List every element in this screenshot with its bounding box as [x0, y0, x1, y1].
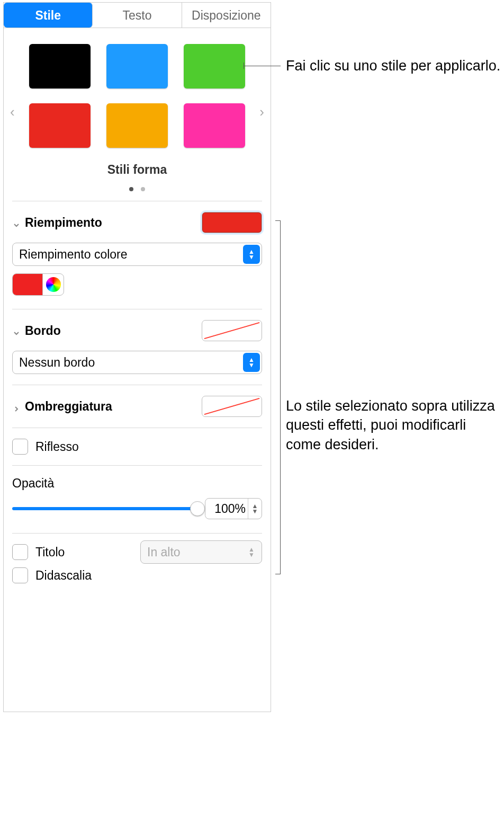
title-label: Titolo: [35, 545, 65, 559]
fill-label: Riempimento: [25, 216, 102, 230]
title-position-value: In alto: [147, 545, 181, 559]
tab-style[interactable]: Stile: [4, 3, 93, 28]
shadow-section: Ombreggiatura: [4, 385, 271, 428]
callout-top-text: Fai clic su uno stile per applicarlo.: [286, 58, 500, 74]
style-swatch-red[interactable]: [29, 103, 91, 148]
stepper-arrows-icon[interactable]: ▲▼: [248, 499, 262, 519]
styles-pager: [12, 180, 262, 194]
callout-top: Fai clic su uno stile per applicarlo.: [286, 56, 500, 75]
fill-type-value: Riempimento colore: [19, 247, 128, 262]
style-swatch-amber[interactable]: [106, 103, 168, 148]
chevron-down-icon[interactable]: [12, 326, 21, 335]
color-wheel-icon[interactable]: [42, 274, 64, 295]
callout-mid: Lo stile selezionato sopra utilizza ques…: [286, 396, 503, 454]
reflection-checkbox[interactable]: [12, 439, 28, 455]
pager-dot-0[interactable]: [129, 187, 133, 191]
chevron-right-icon[interactable]: [12, 402, 21, 411]
svg-line-0: [204, 323, 259, 339]
caption-checkbox[interactable]: [12, 567, 28, 583]
border-label: Bordo: [25, 324, 61, 338]
opacity-label: Opacità: [12, 476, 262, 491]
title-section: Titolo In alto ▲▼ Didascalia: [4, 534, 271, 594]
styles-prev-icon[interactable]: ‹: [7, 101, 18, 123]
select-arrows-icon: ▲▼: [243, 353, 260, 372]
caption-label: Didascalia: [35, 569, 92, 583]
shape-styles-title: Stili forma: [12, 163, 262, 177]
select-arrows-icon: ▲▼: [243, 245, 260, 264]
tab-arrange[interactable]: Disposizione: [182, 3, 271, 28]
shadow-well[interactable]: [202, 396, 262, 417]
title-position-select[interactable]: In alto ▲▼: [140, 540, 262, 564]
opacity-slider[interactable]: [12, 501, 197, 516]
border-color-well[interactable]: [202, 320, 262, 341]
shadow-label: Ombreggiatura: [25, 399, 112, 414]
style-swatch-black[interactable]: [29, 44, 91, 88]
pager-dot-1[interactable]: [141, 187, 145, 191]
slider-thumb-icon[interactable]: [190, 501, 205, 516]
style-swatch-green[interactable]: [184, 44, 245, 88]
opacity-stepper[interactable]: ▲▼: [205, 498, 262, 519]
reflection-label: Riflesso: [35, 440, 79, 454]
callout-bracket: [275, 220, 281, 574]
border-type-select[interactable]: Nessun bordo ▲▼: [12, 351, 262, 374]
reflection-section: Riflesso: [4, 428, 271, 465]
border-section: Bordo Nessun bordo ▲▼: [4, 309, 271, 385]
border-type-value: Nessun bordo: [19, 356, 95, 370]
inspector-panel: Stile Testo Disposizione ‹ › Stili forma: [3, 2, 271, 712]
tab-text[interactable]: Testo: [93, 3, 182, 28]
opacity-section: Opacità ▲▼: [4, 466, 271, 533]
fill-type-select[interactable]: Riempimento colore ▲▼: [12, 243, 262, 266]
fill-color-well[interactable]: [202, 212, 262, 233]
tab-bar: Stile Testo Disposizione: [4, 3, 271, 28]
style-swatch-blue[interactable]: [106, 44, 168, 88]
svg-line-1: [204, 398, 259, 414]
fill-section: Riempimento Riempimento colore ▲▼: [4, 201, 271, 309]
fill-color-picker[interactable]: [12, 273, 64, 296]
title-checkbox[interactable]: [12, 544, 28, 560]
callout-mid-text: Lo stile selezionato sopra utilizza ques…: [286, 398, 495, 452]
shape-styles: ‹ › Stili forma: [4, 28, 271, 201]
style-swatch-pink[interactable]: [184, 103, 245, 148]
chevron-down-icon[interactable]: [12, 218, 21, 227]
opacity-field[interactable]: [205, 502, 248, 516]
fill-current-color[interactable]: [13, 274, 42, 295]
select-arrows-icon: ▲▼: [243, 543, 260, 562]
styles-next-icon[interactable]: ›: [256, 101, 267, 123]
